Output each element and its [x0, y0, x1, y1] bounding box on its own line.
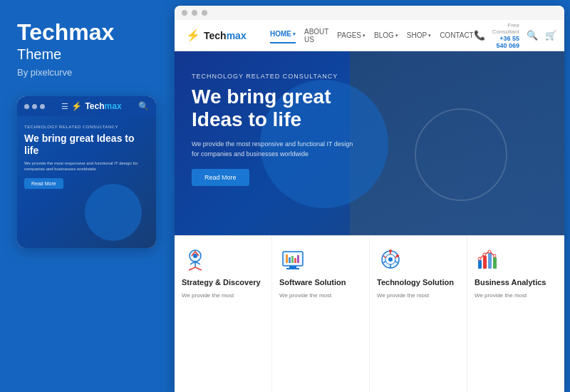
- mobile-hero-tag: TECHNOLOGY RELATED CONSULTANCY: [24, 125, 149, 129]
- nav-item-home[interactable]: HOME ▾: [270, 28, 296, 43]
- svg-rect-25: [488, 253, 492, 269]
- svg-point-28: [483, 253, 486, 256]
- mobile-dots: [24, 104, 45, 109]
- mobile-mockup: ☰ ⚡ Techmax 🔍 TECHNOLOGY RELATED CONSULT…: [17, 96, 156, 248]
- nav-shop-dropdown-icon: ▾: [428, 33, 431, 38]
- mobile-dot-2: [32, 104, 37, 109]
- nav-item-pages[interactable]: PAGES ▾: [337, 28, 366, 43]
- mobile-hero-btn[interactable]: Read More: [24, 178, 63, 189]
- desktop-logo-text: Techmax: [204, 30, 247, 41]
- service-card-strategy: Strategy & Discovery We provide the most: [175, 236, 272, 392]
- desktop-nav: HOME ▾ ABOUT US PAGES ▾ BLOG ▾ SHOP ▾ CO…: [270, 28, 474, 43]
- mobile-hero-desc: We provide the most responsive and funct…: [24, 160, 149, 172]
- strategy-title: Strategy & Discovery: [182, 277, 261, 287]
- chrome-dot-3: [202, 10, 207, 16]
- mobile-logo-text: Techmax: [85, 101, 121, 111]
- service-card-analytics: Business Analytics We provide the most: [467, 236, 564, 392]
- chrome-dot-1: [182, 10, 187, 16]
- nav-item-blog[interactable]: BLOG ▾: [374, 28, 398, 43]
- service-card-tech: Technology Solution We provide the most: [370, 236, 467, 392]
- svg-rect-26: [493, 257, 497, 269]
- mobile-logo: ☰ ⚡ Techmax: [61, 101, 121, 111]
- hero-description: We provide the most responsive and funct…: [192, 140, 356, 159]
- desktop-chrome-bar: [175, 6, 564, 20]
- hero-cta-button[interactable]: Read More: [192, 169, 249, 186]
- strategy-icon: [182, 246, 209, 273]
- hero-content: TECHNOLOGY RELATED CONSULTANCY We bring …: [175, 51, 373, 207]
- mobile-dot-1: [24, 104, 29, 109]
- svg-rect-11: [286, 268, 299, 269]
- svg-rect-8: [294, 258, 296, 263]
- left-panel: Techmax Theme By pixelcurve ☰ ⚡ Techmax …: [0, 0, 175, 392]
- consultant-info: Free Consultant +36 55 540 069: [492, 22, 519, 49]
- hero-tag: TECHNOLOGY RELATED CONSULTANCY: [192, 73, 356, 80]
- svg-point-27: [478, 257, 481, 260]
- analytics-desc: We provide the most: [475, 292, 527, 299]
- svg-point-22: [396, 254, 399, 257]
- software-desc: We provide the most: [279, 292, 331, 299]
- analytics-icon: [475, 246, 502, 273]
- svg-rect-7: [291, 256, 294, 263]
- hero-title: We bring great Ideas to life: [192, 86, 356, 131]
- mobile-search-icon[interactable]: 🔍: [138, 101, 149, 111]
- consultant-label: Free Consultant: [492, 22, 519, 35]
- desktop-logo: ⚡ Techmax: [186, 29, 257, 42]
- nav-item-about[interactable]: ABOUT US: [304, 28, 328, 43]
- brand-subtitle: Theme: [17, 46, 157, 63]
- mobile-hero-title: We bring great Ideas to life: [24, 133, 149, 157]
- hero-circle2-decoration: [415, 108, 507, 201]
- svg-rect-24: [483, 256, 487, 269]
- tech-icon: [377, 246, 404, 273]
- right-panel: ⚡ Techmax HOME ▾ ABOUT US PAGES ▾ BLOG ▾…: [175, 6, 564, 392]
- svg-point-1: [193, 254, 197, 258]
- svg-rect-9: [297, 255, 299, 263]
- desktop-navbar: ⚡ Techmax HOME ▾ ABOUT US PAGES ▾ BLOG ▾…: [175, 20, 564, 51]
- svg-rect-23: [478, 260, 482, 269]
- nav-pages-dropdown-icon: ▾: [363, 33, 366, 38]
- consultant-phone: +36 55 540 069: [492, 35, 519, 49]
- mobile-dot-3: [40, 104, 45, 109]
- nav-item-contact[interactable]: CONTACT: [440, 28, 474, 43]
- service-cards: Strategy & Discovery We provide the most: [175, 235, 564, 392]
- software-title: Software Solution: [279, 277, 346, 287]
- nav-item-shop[interactable]: SHOP ▾: [407, 28, 431, 43]
- svg-point-29: [488, 250, 491, 253]
- phone-icon: 📞: [474, 30, 485, 41]
- svg-point-14: [388, 257, 393, 262]
- brand-title: Techmax: [17, 20, 157, 45]
- svg-rect-5: [286, 254, 288, 263]
- chrome-dot-2: [192, 10, 197, 16]
- desktop-nav-right: 📞 Free Consultant +36 55 540 069 🔍 🛒: [474, 22, 556, 49]
- search-icon[interactable]: 🔍: [527, 30, 538, 41]
- mobile-hero: TECHNOLOGY RELATED CONSULTANCY We bring …: [17, 116, 156, 248]
- svg-point-21: [389, 249, 392, 252]
- svg-rect-6: [289, 257, 291, 263]
- svg-point-30: [493, 254, 496, 257]
- nav-dropdown-icon: ▾: [293, 31, 296, 37]
- cart-icon[interactable]: 🛒: [545, 30, 556, 41]
- tech-title: Technology Solution: [377, 277, 454, 287]
- nav-blog-dropdown-icon: ▾: [395, 33, 398, 38]
- software-icon: [279, 246, 306, 273]
- mobile-hero-content: TECHNOLOGY RELATED CONSULTANCY We bring …: [17, 116, 156, 197]
- strategy-desc: We provide the most: [182, 292, 234, 299]
- tech-desc: We provide the most: [377, 292, 429, 299]
- mobile-top-bar: ☰ ⚡ Techmax 🔍: [17, 96, 156, 116]
- brand-by: By pixelcurve: [17, 67, 157, 78]
- service-card-software: Software Solution We provide the most: [272, 236, 370, 392]
- hamburger-icon: ☰: [61, 102, 68, 111]
- desktop-hero: TECHNOLOGY RELATED CONSULTANCY We bring …: [175, 51, 564, 235]
- svg-rect-10: [289, 266, 296, 268]
- desktop-logo-icon: ⚡: [186, 29, 200, 42]
- mobile-logo-icon: ⚡: [71, 101, 82, 111]
- analytics-title: Business Analytics: [475, 277, 546, 287]
